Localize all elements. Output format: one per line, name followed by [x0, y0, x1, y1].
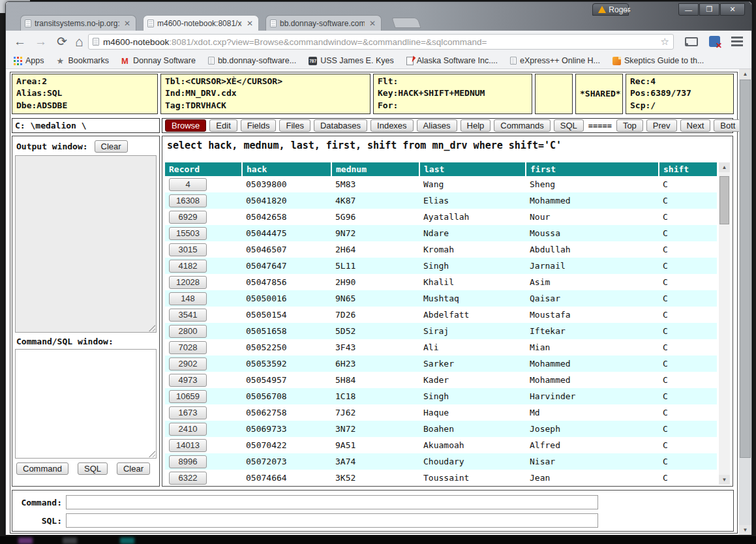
cell-hack: 05072073 [242, 453, 331, 470]
scrollbar-thumb[interactable] [719, 176, 729, 224]
extension-icon[interactable] [709, 36, 720, 47]
record-button[interactable]: 3541 [169, 309, 207, 322]
bookmark-label: USS James E. Kyes [320, 56, 394, 65]
record-button[interactable]: 6322 [169, 472, 207, 485]
bookmark-item[interactable]: Skeptics Guide to th... [612, 56, 704, 65]
scrollbar-thumb[interactable] [740, 80, 751, 458]
bookmark-star-icon[interactable]: ☆ [661, 36, 669, 48]
record-button[interactable]: 10659 [169, 390, 207, 403]
output-clear-button[interactable]: Clear [95, 140, 128, 153]
record-button[interactable]: 2800 [169, 325, 207, 338]
next-button[interactable]: Next [680, 119, 711, 132]
cell-hack: 05062758 [242, 404, 331, 421]
record-button[interactable]: 148 [169, 292, 207, 305]
sql-button[interactable]: SQL [78, 462, 108, 475]
bookmark-item[interactable]: USS James E. Kyes [309, 56, 394, 65]
bookmark-item[interactable]: Bookmarks [57, 56, 110, 65]
prev-button[interactable]: Prev [646, 119, 677, 132]
scroll-up-icon[interactable]: ▲ [719, 162, 730, 172]
browser-tab[interactable]: bb.donnay-software.com✕ [265, 15, 382, 31]
taskbar-icon[interactable] [120, 537, 134, 544]
sql-button[interactable]: SQL [554, 119, 584, 132]
top-button[interactable]: Top [616, 119, 643, 132]
cell-last: Boahen [419, 421, 526, 437]
tab-close-icon[interactable]: ✕ [368, 19, 377, 28]
cell-last: Toussaint [419, 470, 526, 486]
reload-icon[interactable]: ⟳ [57, 33, 67, 50]
bott-button[interactable]: Bott [714, 119, 742, 132]
cast-icon[interactable] [685, 37, 698, 46]
sql-input[interactable] [66, 513, 598, 528]
edit-button[interactable]: Edit [209, 119, 237, 132]
browser-tab[interactable]: transitsystems.no-ip.org:8✕ [20, 15, 136, 31]
bookmark-item[interactable]: Alaska Software Inc.... [406, 56, 498, 65]
scroll-down-icon[interactable]: ▼ [719, 475, 730, 485]
bookmark-item[interactable]: Donnay Software [121, 56, 196, 65]
cell-hack: 05054957 [242, 372, 331, 388]
scroll-up-icon[interactable]: ▲ [739, 69, 751, 79]
bookmark-label: bb.donnay-software... [218, 56, 296, 65]
scroll-down-icon[interactable]: ▼ [739, 525, 751, 535]
bookmark-item[interactable]: eXpress++ Online H... [510, 56, 600, 65]
browse-table: Recordhackmednumlastfirstshift 405039800… [165, 162, 717, 486]
record-button[interactable]: 7028 [169, 341, 207, 354]
fields-button[interactable]: Fields [241, 119, 277, 132]
aliases-button[interactable]: Aliases [417, 119, 457, 132]
clear-button[interactable]: Clear [117, 462, 150, 475]
path-input[interactable] [12, 118, 160, 133]
record-button[interactable]: 16308 [169, 194, 207, 207]
cell-shift: C [659, 421, 717, 437]
command-input[interactable] [66, 495, 598, 509]
output-window-textarea[interactable] [15, 155, 157, 333]
profile-badge[interactable]: Roger ↔ [592, 3, 629, 16]
tab-close-icon[interactable]: ✕ [123, 19, 132, 28]
bookmark-item[interactable]: Apps [14, 56, 44, 65]
command-sql-textarea[interactable] [15, 349, 157, 459]
sql-query-text: select hack, mednum, last, first, shift … [167, 140, 562, 151]
record-button[interactable]: 1673 [169, 406, 207, 419]
record-button[interactable]: 14013 [169, 439, 207, 452]
browser-tab[interactable]: m4600-notebook:8081/xd✕ [143, 15, 259, 31]
forward-icon[interactable]: → [35, 33, 47, 50]
record-button[interactable]: 8996 [169, 455, 207, 468]
record-button[interactable]: 4973 [169, 374, 207, 387]
table-scrollbar[interactable]: ▲ ▼ [719, 162, 730, 485]
record-button[interactable]: 12028 [169, 276, 207, 289]
page-scrollbar[interactable]: ▲ ▼ [739, 69, 751, 535]
cell-hack: 05050154 [242, 307, 331, 323]
databases-button[interactable]: Databases [314, 119, 367, 132]
browse-button[interactable]: Browse [165, 119, 206, 132]
cell-hack: 05047856 [242, 274, 331, 290]
record-button[interactable]: 4 [169, 178, 207, 191]
record-button[interactable]: 3015 [169, 243, 207, 256]
tab-close-icon[interactable]: ✕ [245, 19, 254, 28]
record-button[interactable]: 2902 [169, 357, 207, 370]
record-button[interactable]: 15503 [169, 227, 207, 240]
record-button[interactable]: 6929 [169, 211, 207, 224]
files-button[interactable]: Files [279, 119, 310, 132]
commands-button[interactable]: Commands [494, 119, 550, 132]
new-tab-button[interactable] [391, 18, 421, 28]
back-icon[interactable]: ← [14, 33, 26, 50]
maximize-button[interactable]: ❒ [699, 3, 719, 16]
indexes-button[interactable]: Indexes [370, 119, 414, 132]
home-icon[interactable]: ⌂ [75, 33, 83, 50]
record-button[interactable]: 4182 [169, 260, 207, 273]
star-icon [57, 57, 65, 65]
help-button[interactable]: Help [461, 119, 491, 132]
nav-toolbar: ← → ⟳ ⌂ m4600-notebook:8081/xdot.cxp?vie… [6, 31, 751, 53]
xdot-app: Area:2 Alias:SQL Dbe:ADSDBE Tbl:<CURSOR>… [10, 72, 738, 534]
page-icon [208, 57, 215, 65]
command-button[interactable]: Command [16, 462, 68, 475]
close-button[interactable]: ✕ [720, 3, 745, 16]
record-button[interactable]: 2410 [169, 423, 207, 436]
table-row: 10659050567081C18SinghHarvinderC [165, 388, 717, 404]
menu-icon[interactable] [731, 36, 743, 46]
cell-last: Singh [419, 388, 526, 404]
taskbar-icon[interactable] [63, 537, 77, 544]
bookmark-item[interactable]: bb.donnay-software... [208, 56, 296, 65]
minimize-button[interactable]: — [678, 3, 699, 16]
cell-hack: 05069733 [242, 421, 331, 437]
address-bar[interactable]: m4600-notebook:8081/xdot.cxp?view=Browse… [88, 34, 674, 50]
taskbar-icon[interactable] [18, 537, 33, 544]
